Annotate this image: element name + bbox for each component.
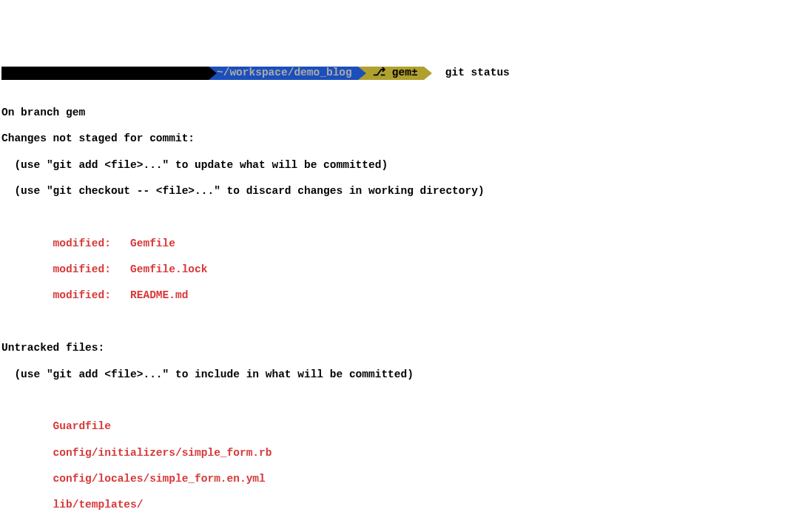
blank-line xyxy=(1,211,799,224)
blank-line xyxy=(1,316,799,329)
output-line: Changes not staged for commit: xyxy=(1,132,799,146)
blank-line xyxy=(1,525,799,532)
untracked-file: Guardfile xyxy=(1,420,799,434)
cmd-git-status: git status xyxy=(445,67,510,78)
prompt-path: ~/workspace/demo_blog xyxy=(217,67,352,80)
modified-file: modified: Gemfile xyxy=(1,238,799,251)
untracked-file: config/locales/simple_form.en.yml xyxy=(1,473,799,486)
output-line: Untracked files: xyxy=(1,342,799,355)
modified-file: modified: README.md xyxy=(1,289,799,303)
blank-line xyxy=(1,394,799,408)
branch-icon: ⎇ xyxy=(366,67,391,80)
command-input xyxy=(432,67,445,78)
output-line: (use "git add <file>..." to update what … xyxy=(1,159,799,172)
modified-file: modified: Gemfile.lock xyxy=(1,263,799,277)
prompt-line-1[interactable]: ~/workspace/demo_blog ⎇ gem± git status xyxy=(1,67,799,80)
arrow-icon xyxy=(209,67,217,78)
untracked-file: lib/templates/ xyxy=(1,499,799,512)
prompt-branch: gem± xyxy=(392,67,418,80)
prompt-black-seg xyxy=(1,67,209,80)
arrow-icon xyxy=(424,67,432,78)
arrow-icon xyxy=(358,67,366,78)
output-line: (use "git checkout -- <file>..." to disc… xyxy=(1,185,799,198)
untracked-file: config/initializers/simple_form.rb xyxy=(1,447,799,460)
output-line: (use "git add <file>..." to include in w… xyxy=(1,368,799,382)
output-line: On branch gem xyxy=(1,107,799,120)
